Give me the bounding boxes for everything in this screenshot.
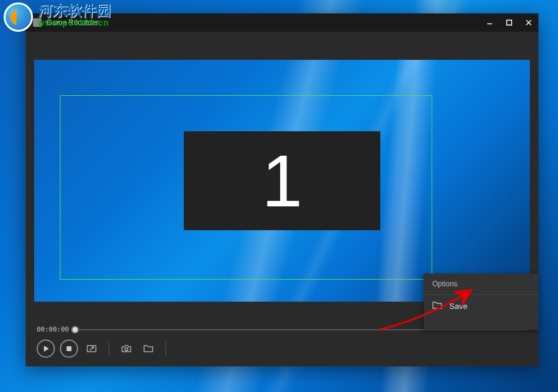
seek-thumb[interactable] — [71, 326, 79, 333]
menu-item-label: Save — [449, 302, 468, 311]
titlebar[interactable]: Game Recorder — [26, 13, 538, 32]
play-button[interactable] — [37, 339, 55, 358]
timecode-display: 00:00:00 — [37, 325, 69, 333]
maximize-button[interactable] — [499, 13, 519, 32]
app-title: Game Recorder — [46, 18, 480, 27]
svg-point-6 — [125, 348, 128, 351]
countdown-number: 1 — [262, 144, 303, 217]
stop-button[interactable] — [60, 339, 78, 358]
menu-item-save[interactable]: Save — [424, 295, 538, 318]
minimize-button[interactable] — [480, 13, 499, 32]
toolbar-divider — [109, 342, 109, 355]
close-button[interactable] — [519, 13, 538, 32]
context-menu-header: Options — [424, 274, 538, 295]
svg-rect-1 — [507, 20, 512, 25]
open-folder-button[interactable] — [140, 340, 157, 357]
svg-rect-4 — [67, 346, 71, 351]
game-recorder-window: Game Recorder 1 Options Save — [26, 13, 538, 366]
video-preview[interactable]: 1 — [34, 60, 530, 302]
fullscreen-button[interactable] — [83, 340, 100, 357]
app-icon — [33, 18, 42, 27]
folder-icon — [432, 301, 442, 311]
options-context-menu: Options Save — [424, 274, 538, 330]
toolbar-divider — [165, 342, 166, 355]
countdown-overlay: 1 — [184, 131, 380, 230]
snapshot-button[interactable] — [118, 340, 135, 357]
